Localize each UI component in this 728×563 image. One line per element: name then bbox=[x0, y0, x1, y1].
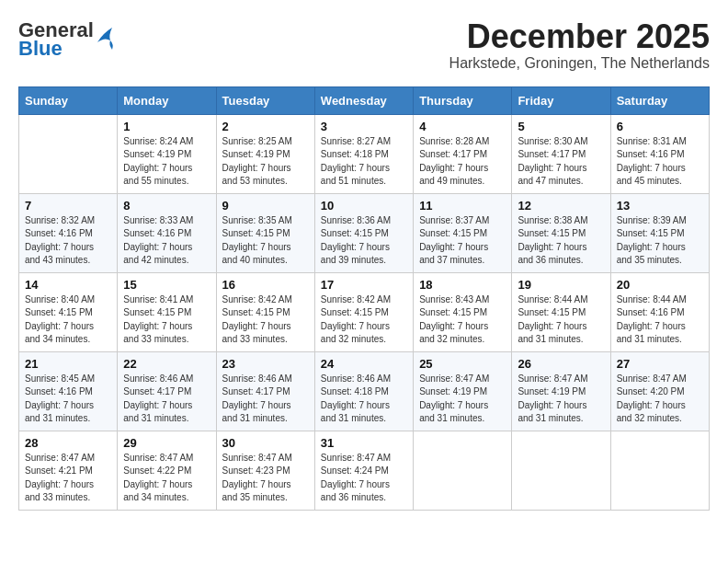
day-number: 17 bbox=[321, 278, 407, 292]
calendar-week-row: 21Sunrise: 8:45 AM Sunset: 4:16 PM Dayli… bbox=[19, 351, 710, 431]
calendar-cell: 12Sunrise: 8:38 AM Sunset: 4:15 PM Dayli… bbox=[512, 193, 610, 272]
day-info: Sunrise: 8:47 AM Sunset: 4:20 PM Dayligh… bbox=[617, 373, 703, 426]
day-number: 22 bbox=[123, 357, 210, 371]
calendar-cell: 25Sunrise: 8:47 AM Sunset: 4:19 PM Dayli… bbox=[414, 351, 512, 431]
day-info: Sunrise: 8:45 AM Sunset: 4:16 PM Dayligh… bbox=[25, 373, 111, 426]
day-number: 10 bbox=[321, 199, 407, 213]
day-info: Sunrise: 8:47 AM Sunset: 4:19 PM Dayligh… bbox=[518, 373, 604, 426]
day-info: Sunrise: 8:27 AM Sunset: 4:18 PM Dayligh… bbox=[321, 135, 407, 189]
day-number: 26 bbox=[518, 357, 604, 371]
weekday-header-sunday: Sunday bbox=[19, 86, 118, 114]
calendar-cell: 13Sunrise: 8:39 AM Sunset: 4:15 PM Dayli… bbox=[610, 193, 709, 272]
calendar-header-row: SundayMondayTuesdayWednesdayThursdayFrid… bbox=[19, 86, 710, 114]
calendar-cell: 3Sunrise: 8:27 AM Sunset: 4:18 PM Daylig… bbox=[314, 114, 413, 193]
day-number: 15 bbox=[123, 278, 210, 292]
weekday-header-saturday: Saturday bbox=[610, 86, 709, 114]
day-info: Sunrise: 8:47 AM Sunset: 4:19 PM Dayligh… bbox=[419, 373, 506, 426]
day-number: 6 bbox=[617, 120, 703, 133]
calendar-cell: 15Sunrise: 8:41 AM Sunset: 4:15 PM Dayli… bbox=[118, 272, 216, 351]
day-number: 14 bbox=[25, 278, 111, 292]
weekday-header-tuesday: Tuesday bbox=[216, 86, 314, 114]
weekday-header-monday: Monday bbox=[118, 86, 216, 114]
day-info: Sunrise: 8:42 AM Sunset: 4:15 PM Dayligh… bbox=[321, 293, 407, 347]
weekday-header-wednesday: Wednesday bbox=[314, 86, 413, 114]
calendar-cell bbox=[19, 114, 118, 193]
calendar-cell: 29Sunrise: 8:47 AM Sunset: 4:22 PM Dayli… bbox=[118, 431, 216, 510]
calendar-week-row: 1Sunrise: 8:24 AM Sunset: 4:19 PM Daylig… bbox=[19, 114, 710, 193]
page-header: General Blue December 2025 Harkstede, Gr… bbox=[18, 18, 710, 72]
day-info: Sunrise: 8:44 AM Sunset: 4:16 PM Dayligh… bbox=[617, 293, 703, 347]
weekday-header-friday: Friday bbox=[512, 86, 610, 114]
day-info: Sunrise: 8:35 AM Sunset: 4:15 PM Dayligh… bbox=[222, 214, 309, 268]
day-info: Sunrise: 8:41 AM Sunset: 4:15 PM Dayligh… bbox=[123, 293, 210, 347]
day-info: Sunrise: 8:30 AM Sunset: 4:17 PM Dayligh… bbox=[518, 135, 604, 189]
calendar-table: SundayMondayTuesdayWednesdayThursdayFrid… bbox=[18, 86, 710, 511]
calendar-cell: 4Sunrise: 8:28 AM Sunset: 4:17 PM Daylig… bbox=[414, 114, 512, 193]
day-number: 7 bbox=[25, 199, 111, 213]
day-info: Sunrise: 8:33 AM Sunset: 4:16 PM Dayligh… bbox=[123, 214, 210, 268]
day-info: Sunrise: 8:25 AM Sunset: 4:19 PM Dayligh… bbox=[222, 135, 309, 189]
day-number: 1 bbox=[123, 120, 210, 133]
logo: General Blue bbox=[18, 18, 116, 61]
day-number: 8 bbox=[123, 199, 210, 213]
day-number: 13 bbox=[617, 199, 703, 213]
calendar-cell: 10Sunrise: 8:36 AM Sunset: 4:15 PM Dayli… bbox=[314, 193, 413, 272]
weekday-header-thursday: Thursday bbox=[414, 86, 512, 114]
day-info: Sunrise: 8:47 AM Sunset: 4:23 PM Dayligh… bbox=[222, 452, 309, 505]
calendar-cell: 30Sunrise: 8:47 AM Sunset: 4:23 PM Dayli… bbox=[216, 431, 314, 510]
calendar-cell: 8Sunrise: 8:33 AM Sunset: 4:16 PM Daylig… bbox=[118, 193, 216, 272]
day-number: 23 bbox=[222, 357, 309, 371]
day-info: Sunrise: 8:47 AM Sunset: 4:24 PM Dayligh… bbox=[321, 452, 407, 505]
calendar-cell: 2Sunrise: 8:25 AM Sunset: 4:19 PM Daylig… bbox=[216, 114, 314, 193]
day-number: 16 bbox=[222, 278, 309, 292]
day-number: 24 bbox=[321, 357, 407, 371]
day-info: Sunrise: 8:31 AM Sunset: 4:16 PM Dayligh… bbox=[617, 135, 703, 189]
calendar-week-row: 7Sunrise: 8:32 AM Sunset: 4:16 PM Daylig… bbox=[19, 193, 710, 272]
calendar-cell: 27Sunrise: 8:47 AM Sunset: 4:20 PM Dayli… bbox=[610, 351, 709, 431]
calendar-cell: 1Sunrise: 8:24 AM Sunset: 4:19 PM Daylig… bbox=[118, 114, 216, 193]
day-number: 4 bbox=[419, 120, 506, 133]
day-info: Sunrise: 8:43 AM Sunset: 4:15 PM Dayligh… bbox=[419, 293, 506, 347]
day-info: Sunrise: 8:28 AM Sunset: 4:17 PM Dayligh… bbox=[419, 135, 506, 189]
day-info: Sunrise: 8:47 AM Sunset: 4:21 PM Dayligh… bbox=[25, 452, 111, 505]
calendar-cell: 17Sunrise: 8:42 AM Sunset: 4:15 PM Dayli… bbox=[314, 272, 413, 351]
calendar-cell: 28Sunrise: 8:47 AM Sunset: 4:21 PM Dayli… bbox=[19, 431, 118, 510]
calendar-week-row: 14Sunrise: 8:40 AM Sunset: 4:15 PM Dayli… bbox=[19, 272, 710, 351]
day-info: Sunrise: 8:38 AM Sunset: 4:15 PM Dayligh… bbox=[518, 214, 604, 268]
day-info: Sunrise: 8:40 AM Sunset: 4:15 PM Dayligh… bbox=[25, 293, 111, 347]
calendar-cell: 16Sunrise: 8:42 AM Sunset: 4:15 PM Dayli… bbox=[216, 272, 314, 351]
calendar-cell: 11Sunrise: 8:37 AM Sunset: 4:15 PM Dayli… bbox=[414, 193, 512, 272]
day-number: 19 bbox=[518, 278, 604, 292]
day-number: 31 bbox=[321, 436, 407, 450]
calendar-cell: 9Sunrise: 8:35 AM Sunset: 4:15 PM Daylig… bbox=[216, 193, 314, 272]
calendar-cell: 5Sunrise: 8:30 AM Sunset: 4:17 PM Daylig… bbox=[512, 114, 610, 193]
day-info: Sunrise: 8:24 AM Sunset: 4:19 PM Dayligh… bbox=[123, 135, 210, 189]
day-info: Sunrise: 8:42 AM Sunset: 4:15 PM Dayligh… bbox=[222, 293, 309, 347]
day-info: Sunrise: 8:39 AM Sunset: 4:15 PM Dayligh… bbox=[617, 214, 703, 268]
day-info: Sunrise: 8:46 AM Sunset: 4:17 PM Dayligh… bbox=[222, 373, 309, 426]
calendar-cell: 22Sunrise: 8:46 AM Sunset: 4:17 PM Dayli… bbox=[118, 351, 216, 431]
title-section: December 2025 Harkstede, Groningen, The … bbox=[449, 18, 710, 72]
calendar-cell bbox=[610, 431, 709, 510]
logo-bird-icon bbox=[96, 24, 116, 55]
location-title: Harkstede, Groningen, The Netherlands bbox=[449, 55, 710, 72]
day-info: Sunrise: 8:36 AM Sunset: 4:15 PM Dayligh… bbox=[321, 214, 407, 268]
day-number: 29 bbox=[123, 436, 210, 450]
day-info: Sunrise: 8:44 AM Sunset: 4:15 PM Dayligh… bbox=[518, 293, 604, 347]
day-number: 21 bbox=[25, 357, 111, 371]
day-info: Sunrise: 8:46 AM Sunset: 4:18 PM Dayligh… bbox=[321, 373, 407, 426]
day-number: 2 bbox=[222, 120, 309, 133]
day-number: 27 bbox=[617, 357, 703, 371]
day-number: 9 bbox=[222, 199, 309, 213]
day-number: 18 bbox=[419, 278, 506, 292]
calendar-cell: 23Sunrise: 8:46 AM Sunset: 4:17 PM Dayli… bbox=[216, 351, 314, 431]
day-info: Sunrise: 8:32 AM Sunset: 4:16 PM Dayligh… bbox=[25, 214, 111, 268]
day-info: Sunrise: 8:37 AM Sunset: 4:15 PM Dayligh… bbox=[419, 214, 506, 268]
day-number: 3 bbox=[321, 120, 407, 133]
day-number: 25 bbox=[419, 357, 506, 371]
calendar-cell: 21Sunrise: 8:45 AM Sunset: 4:16 PM Dayli… bbox=[19, 351, 118, 431]
day-info: Sunrise: 8:46 AM Sunset: 4:17 PM Dayligh… bbox=[123, 373, 210, 426]
calendar-cell: 26Sunrise: 8:47 AM Sunset: 4:19 PM Dayli… bbox=[512, 351, 610, 431]
calendar-week-row: 28Sunrise: 8:47 AM Sunset: 4:21 PM Dayli… bbox=[19, 431, 710, 510]
calendar-cell bbox=[512, 431, 610, 510]
